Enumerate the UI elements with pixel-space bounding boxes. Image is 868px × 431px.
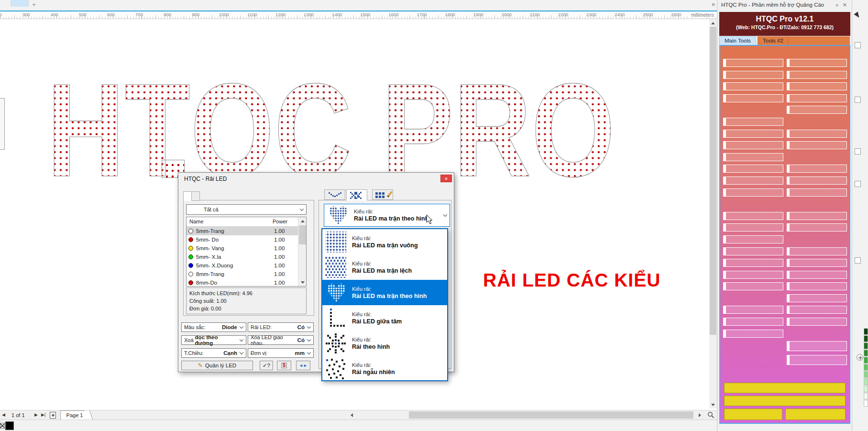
fill-style-option[interactable]: Kiểu rải: Rải ngẫu nhiên [322,356,447,381]
palette-swatch[interactable] [864,400,868,407]
fill-style-option[interactable]: Kiểu rải: Rải LED ma trận theo hình [322,280,447,305]
dialog-title[interactable]: HTQC - Rải LED [178,173,454,185]
palette-swatch[interactable] [864,350,868,356]
swap-arrows-button[interactable]: ◄► [296,361,310,370]
tool-button[interactable] [787,165,847,173]
library-button[interactable] [724,383,846,393]
tool-button[interactable] [787,355,847,365]
list-scroll-thumb[interactable] [299,225,306,244]
tool-button[interactable] [723,59,783,67]
tool-button[interactable] [787,247,847,255]
document-tab[interactable] [11,0,29,7]
tool-button[interactable] [787,94,847,102]
tab-main-tools[interactable]: Main Tools [719,36,756,45]
tool-button[interactable] [723,82,783,90]
tab-tools-2[interactable]: Tools #2 [758,36,789,45]
check-help-button[interactable]: ✓? [260,361,273,370]
tool-button[interactable] [723,130,783,138]
new-document-tab-button[interactable]: + [29,0,39,11]
tool-button[interactable] [787,212,847,220]
dialog-close-button[interactable]: ✕ [440,175,452,182]
list-scroll-down[interactable] [298,278,307,286]
add-page-icon[interactable] [50,412,56,419]
tool-button[interactable] [723,223,783,232]
contour-icon[interactable] [855,148,861,155]
tool-button[interactable] [787,259,847,267]
hints-cursor-icon[interactable] [854,11,861,19]
prev-page-button[interactable]: ◀ [2,412,5,417]
palette-swatch[interactable] [864,393,868,399]
htqc-docker-icon[interactable] [855,181,861,187]
docker-close-icon[interactable]: ✕ [843,2,847,8]
fill-style-option[interactable]: Kiểu rải: Rải LED ma trận lệch [322,254,447,280]
library-button[interactable] [785,409,846,420]
led-list[interactable]: Name Power 5mm-Trang 1.00 5mm- Do 1.00 5… [186,217,307,287]
pattern-tab-scatter[interactable] [324,189,345,200]
library-button[interactable] [724,396,846,406]
tool-button[interactable] [723,235,783,243]
tool-button[interactable] [723,212,783,220]
scroll-down-button[interactable] [709,401,717,409]
list-scroll-up[interactable] [298,217,307,225]
tool-button[interactable] [787,318,847,326]
tool-button[interactable] [787,282,847,290]
tool-button[interactable] [723,165,783,173]
horizontal-scroll-thumb[interactable] [409,411,693,419]
dialog-tab[interactable] [191,191,200,201]
pattern-tab-matrix[interactable] [346,189,367,200]
palette-expand-icon[interactable] [857,354,863,361]
object-properties-icon[interactable] [855,42,861,48]
docker-title[interactable]: HTQC Pro - Phần mềm hỗ trợ Quảng Cáo [717,0,852,11]
direction-combobox[interactable]: T.Chiều: Cạnh [181,348,246,358]
tool-button[interactable] [723,94,783,102]
unit-combobox[interactable]: Đơn vị: mm [248,348,314,358]
rai-led-combobox[interactable]: Rải LED: Có [248,322,314,332]
led-filter-combobox[interactable]: Tất cả [186,204,307,215]
palette-swatch[interactable] [864,335,868,342]
tab-overflow-icon[interactable]: » [712,1,714,8]
tool-button[interactable] [787,130,847,138]
tool-button[interactable] [787,177,847,185]
tool-button[interactable] [723,71,783,79]
zoom-corner[interactable] [705,410,717,420]
tool-button[interactable] [723,247,783,255]
led-list-row[interactable]: 8mm-Trang 1.00 [187,270,306,278]
tool-button[interactable] [787,71,847,79]
palette-swatch[interactable] [864,357,868,364]
cost-button[interactable]: $ [277,361,291,370]
tool-button[interactable] [723,330,783,338]
tool-button[interactable] [787,188,847,197]
document-tab[interactable] [0,0,11,7]
library-button[interactable] [724,409,782,420]
fill-color-swatch[interactable] [5,421,14,430]
tool-button[interactable] [723,188,783,197]
palette-swatch[interactable] [864,328,868,335]
palette-swatch[interactable] [864,364,868,371]
scroll-up-button[interactable] [709,19,717,27]
tool-button[interactable] [787,341,847,351]
tool-button[interactable] [723,306,783,314]
led-list-row[interactable]: 8mm-Do 1.00 [187,278,306,287]
delete-mode-combobox[interactable]: Xoá dọc theo đường [181,335,246,345]
object-manager-icon[interactable] [855,97,861,103]
tool-button[interactable] [723,118,783,126]
next-page-button[interactable]: ▶ [34,412,38,417]
led-list-row[interactable]: 5mm-Trang 1.00 [187,227,306,235]
scroll-left-button[interactable] [348,411,355,419]
manage-led-button[interactable]: ✎ Quản lý LED [181,361,253,370]
horizontal-scrollbar[interactable] [355,411,696,419]
tool-button[interactable] [723,177,783,185]
page-tab[interactable]: Page 1 [60,410,89,420]
fill-style-option[interactable]: Kiểu rải: Rải theo hình [322,331,447,356]
tool-button[interactable] [787,141,847,149]
palette-swatch[interactable] [864,343,868,349]
pattern-tab-custom[interactable] [372,189,393,200]
led-list-row[interactable]: 5mm- Vang 1.00 [187,244,306,253]
palette-swatch[interactable] [864,371,868,378]
tool-button[interactable] [723,259,783,267]
color-mode-combobox[interactable]: Màu sắc: Diode [181,322,246,332]
palette-swatch[interactable] [864,378,868,385]
tool-button[interactable] [723,141,783,149]
tool-button[interactable] [787,223,847,232]
tool-button[interactable] [787,294,847,302]
